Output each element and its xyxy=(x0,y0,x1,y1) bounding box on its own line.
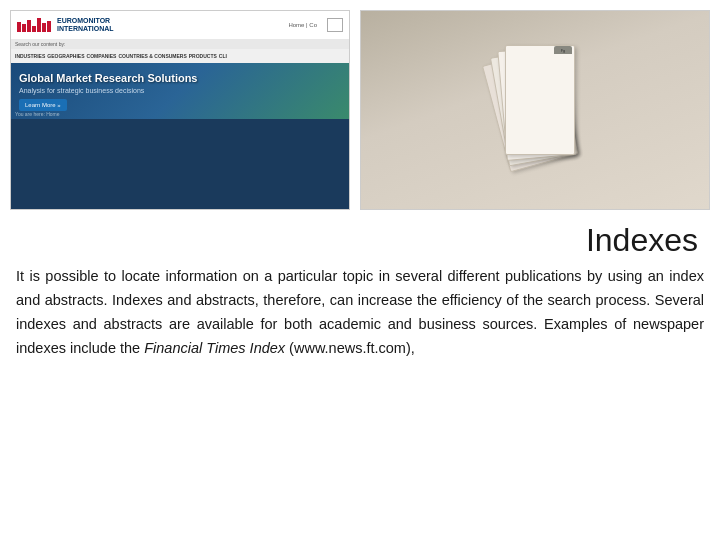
top-section: EUROMONITOR INTERNATIONAL Home | Co Sear… xyxy=(10,10,710,210)
left-website-screenshot: EUROMONITOR INTERNATIONAL Home | Co Sear… xyxy=(10,10,350,210)
page-title: Indexes xyxy=(10,222,698,259)
em-hero-title: Global Market Research Solutions xyxy=(19,71,341,85)
em-nav-countries[interactable]: COUNTRIES & CONSUMERS xyxy=(118,53,186,59)
em-search-box[interactable] xyxy=(327,18,343,32)
em-nav-products[interactable]: PRODUCTS xyxy=(189,53,217,59)
em-nav-industries[interactable]: INDUSTRIES xyxy=(15,53,45,59)
em-hero-subtitle: Analysis for strategic business decision… xyxy=(19,87,341,94)
em-logo-text: EUROMONITOR INTERNATIONAL xyxy=(57,17,114,32)
card-tab-label-4: Fg xyxy=(561,48,566,53)
right-index-cards-image: Ab Bc De Fg xyxy=(360,10,710,210)
cards-group: Ab Bc De Fg xyxy=(495,45,575,175)
em-logo-icon xyxy=(17,18,51,32)
em-nav-geographies[interactable]: GEOGRAPHIES xyxy=(47,53,84,59)
em-breadcrumb: You are here: Home xyxy=(15,111,60,117)
body-paragraph: It is possible to locate information on … xyxy=(10,265,710,361)
card-tab-4: Fg xyxy=(554,46,572,54)
em-nav-companies[interactable]: COMPANIES xyxy=(87,53,117,59)
em-header: EUROMONITOR INTERNATIONAL Home | Co xyxy=(11,11,349,39)
em-nav-top: Home | Co xyxy=(288,22,317,28)
em-search-row: Search our content by: xyxy=(11,39,349,49)
em-nav-other[interactable]: CLI xyxy=(219,53,227,59)
index-card-4: Fg xyxy=(505,45,575,155)
index-cards-visual: Ab Bc De Fg xyxy=(361,11,709,209)
em-nav-row: INDUSTRIES GEOGRAPHIES COMPANIES COUNTRI… xyxy=(11,49,349,63)
em-hero: Global Market Research Solutions Analysi… xyxy=(11,63,349,119)
em-hero-button[interactable]: Learn More » xyxy=(19,99,67,111)
page-container: EUROMONITOR INTERNATIONAL Home | Co Sear… xyxy=(0,0,720,540)
title-section: Indexes xyxy=(10,218,710,265)
